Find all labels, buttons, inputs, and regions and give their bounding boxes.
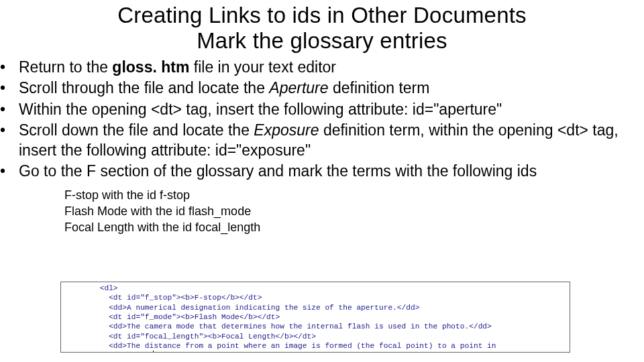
bullet-1-text-b: file in your text editor bbox=[194, 58, 336, 76]
sub-item-1: F-stop with the id f-stop bbox=[64, 187, 635, 203]
bullet-2: •Scroll through the file and locate the … bbox=[9, 78, 635, 98]
title-line-2: Mark the glossary entries bbox=[40, 28, 604, 54]
bullet-list: •Return to the gloss. htm file in your t… bbox=[0, 54, 644, 236]
text-caret-icon bbox=[153, 351, 154, 353]
code-line-wrapped: or near the camera lens.</dd> bbox=[60, 351, 153, 353]
bullet-2-text-a: Scroll through the file and locate the bbox=[19, 79, 269, 97]
bullet-1-bold: gloss. htm bbox=[112, 58, 193, 76]
sub-item-3: Focal Length with the id focal_length bbox=[64, 219, 635, 235]
bullet-1: •Return to the gloss. htm file in your t… bbox=[9, 58, 635, 77]
sub-item-2: Flash Mode with the id flash_mode bbox=[64, 203, 635, 219]
bullet-5-text: Go to the F section of the glossary and … bbox=[19, 162, 537, 180]
code-line: <dd>The camera mode that determines how … bbox=[64, 322, 492, 330]
sub-list: F-stop with the id f-stop Flash Mode wit… bbox=[9, 183, 635, 236]
bullet-3: •Within the opening <dt> tag, insert the… bbox=[9, 100, 635, 119]
code-line: <dt id="f_stop"><b>F-stop</b></dt> bbox=[64, 294, 262, 302]
code-line: <dl> bbox=[64, 284, 118, 292]
bullet-dot-icon: • bbox=[9, 100, 19, 119]
bullet-4: •Scroll down the file and locate the Exp… bbox=[9, 121, 635, 160]
bullet-dot-icon: • bbox=[9, 78, 19, 98]
bullet-2-text-b: definition term bbox=[329, 79, 430, 97]
bullet-dot-icon: • bbox=[9, 58, 19, 77]
code-line: <dt id="f_mode"><b>Flash Mode</b></dt> bbox=[64, 313, 280, 321]
bullet-2-italic: Aperture bbox=[269, 79, 328, 97]
code-screenshot: <dl> <dt id="f_stop"><b>F-stop</b></dt> … bbox=[60, 282, 570, 353]
bullet-4-text-a: Scroll down the file and locate the bbox=[19, 121, 254, 139]
bullet-5: •Go to the F section of the glossary and… bbox=[9, 162, 635, 181]
bullet-4-italic: Exposure bbox=[254, 121, 319, 139]
code-line: <dd>A numerical designation indicating t… bbox=[64, 304, 419, 312]
title-line-1: Creating Links to ids in Other Documents bbox=[40, 3, 604, 28]
slide-title: Creating Links to ids in Other Documents… bbox=[0, 0, 644, 54]
code-line: <dd>The distance from a point where an i… bbox=[64, 342, 496, 350]
bullet-3-text: Within the opening <dt> tag, insert the … bbox=[19, 101, 502, 118]
bullet-dot-icon: • bbox=[9, 121, 19, 140]
bullet-1-text-a: Return to the bbox=[19, 58, 112, 76]
code-content: <dl> <dt id="f_stop"><b>F-stop</b></dt> … bbox=[61, 282, 570, 353]
bullet-dot-icon: • bbox=[9, 162, 19, 181]
code-line: <dt id="focal_length"><b>Focal Length</b… bbox=[64, 333, 316, 341]
